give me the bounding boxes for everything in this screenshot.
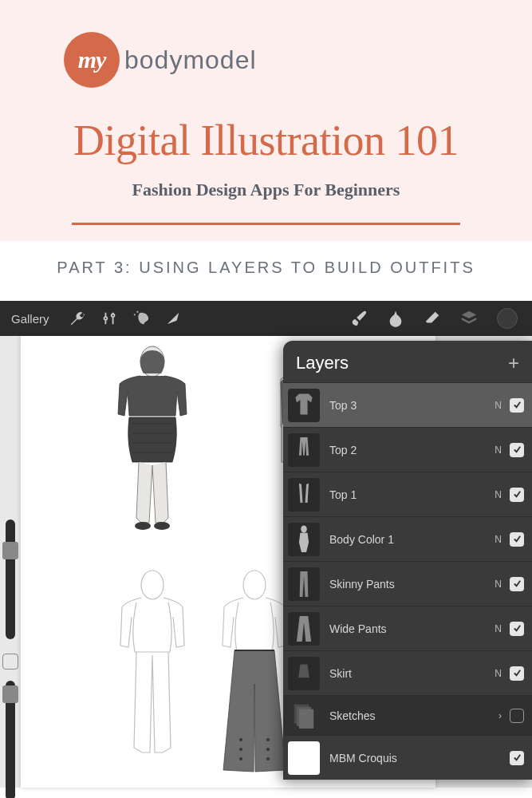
visibility-checkbox[interactable] bbox=[510, 622, 524, 636]
adjust-icon[interactable] bbox=[100, 310, 118, 327]
blend-mode: N bbox=[494, 623, 502, 634]
visibility-checkbox[interactable] bbox=[510, 709, 524, 723]
visibility-checkbox[interactable] bbox=[510, 577, 524, 591]
svg-rect-16 bbox=[299, 709, 313, 728]
layer-name: Body Color 1 bbox=[329, 533, 494, 546]
logo-text: bodymodel bbox=[124, 45, 257, 75]
layer-row[interactable]: Sketches› bbox=[283, 695, 532, 735]
svg-point-8 bbox=[239, 748, 242, 751]
toolbar-right bbox=[350, 308, 526, 329]
brush-icon[interactable] bbox=[350, 310, 368, 327]
blend-mode: N bbox=[494, 668, 502, 679]
visibility-checkbox[interactable] bbox=[510, 488, 524, 502]
figure-skirt bbox=[100, 344, 204, 551]
blend-mode: N bbox=[494, 534, 502, 545]
layer-name: MBM Croquis bbox=[329, 752, 494, 764]
visibility-checkbox[interactable] bbox=[510, 532, 524, 547]
visibility-checkbox[interactable] bbox=[510, 751, 524, 765]
visibility-checkbox[interactable] bbox=[510, 666, 524, 681]
slider-thumb[interactable] bbox=[2, 685, 18, 703]
layer-row[interactable]: MBM Croquis bbox=[283, 735, 532, 780]
svg-point-5 bbox=[141, 571, 164, 599]
svg-point-10 bbox=[266, 757, 270, 760]
layer-thumbnail bbox=[288, 612, 320, 646]
modify-button[interactable] bbox=[2, 654, 18, 670]
visibility-checkbox[interactable] bbox=[510, 398, 524, 413]
move-icon[interactable] bbox=[164, 310, 182, 327]
smudge-icon[interactable] bbox=[387, 310, 404, 327]
layer-thumbnail bbox=[288, 567, 320, 601]
layer-name: Wide Pants bbox=[329, 622, 494, 635]
layer-name: Top 1 bbox=[329, 488, 494, 501]
layer-thumbnail bbox=[288, 389, 320, 422]
svg-point-7 bbox=[239, 757, 242, 760]
svg-point-9 bbox=[239, 738, 242, 741]
svg-point-13 bbox=[301, 525, 307, 532]
layers-icon[interactable] bbox=[460, 310, 478, 327]
toolbar: Gallery bbox=[0, 301, 532, 336]
layers-header: Layers + bbox=[283, 341, 532, 382]
layer-row[interactable]: Top 1N bbox=[283, 472, 532, 516]
layers-panel: Layers + Top 3NTop 2NTop 1NBody Color 1N… bbox=[283, 341, 532, 780]
add-layer-button[interactable]: + bbox=[508, 352, 519, 374]
layer-thumbnail bbox=[288, 657, 320, 690]
visibility-checkbox[interactable] bbox=[510, 443, 524, 457]
layer-thumbnail bbox=[288, 523, 320, 556]
svg-point-11 bbox=[266, 748, 270, 751]
page-subtitle: Fashion Design Apps For Beginners bbox=[40, 180, 492, 200]
layer-name: Sketches bbox=[329, 709, 494, 722]
layer-row[interactable]: Skinny PantsN bbox=[283, 561, 532, 606]
logo-my: my bbox=[78, 46, 106, 73]
color-icon[interactable] bbox=[497, 308, 518, 329]
blend-mode: N bbox=[494, 444, 502, 456]
brush-size-slider[interactable] bbox=[6, 519, 15, 639]
layer-row[interactable]: SkirtN bbox=[283, 650, 532, 695]
layer-name: Top 2 bbox=[329, 444, 494, 456]
figure-back-outline bbox=[100, 567, 204, 775]
blend-mode: N bbox=[494, 579, 502, 590]
blend-mode: N bbox=[494, 489, 502, 500]
svg-point-6 bbox=[243, 571, 266, 599]
header-block: my bodymodel Digital Illustration 101 Fa… bbox=[0, 0, 532, 241]
part-label: PART 3: USING LAYERS TO BUILD OUTFITS bbox=[0, 241, 532, 301]
opacity-slider[interactable] bbox=[6, 681, 15, 798]
layer-thumbnail bbox=[288, 741, 320, 775]
layer-name: Skinny Pants bbox=[329, 578, 494, 591]
layer-row[interactable]: Top 2N bbox=[283, 427, 532, 472]
wrench-icon[interactable] bbox=[69, 310, 86, 327]
layer-name: Skirt bbox=[329, 667, 494, 680]
layer-row[interactable]: Body Color 1N bbox=[283, 516, 532, 561]
toolbar-left: Gallery bbox=[6, 310, 182, 327]
chevron-right-icon[interactable]: › bbox=[494, 710, 502, 721]
layer-name: Top 3 bbox=[329, 399, 494, 412]
side-sliders bbox=[0, 519, 24, 798]
svg-point-2 bbox=[154, 522, 170, 530]
slider-thumb[interactable] bbox=[2, 542, 18, 559]
gallery-button[interactable]: Gallery bbox=[6, 312, 54, 326]
svg-point-1 bbox=[135, 522, 151, 530]
layer-row[interactable]: Wide PantsN bbox=[283, 606, 532, 650]
layers-title: Layers bbox=[296, 353, 349, 373]
eraser-icon[interactable] bbox=[424, 310, 441, 327]
selection-icon[interactable] bbox=[132, 310, 150, 327]
layer-thumbnail bbox=[288, 699, 320, 733]
procreate-app: Gallery bbox=[0, 301, 532, 788]
layer-row[interactable]: Top 3N bbox=[283, 382, 532, 427]
page-title: Digital Illustration 101 bbox=[40, 116, 492, 165]
svg-point-12 bbox=[266, 738, 270, 741]
layer-thumbnail bbox=[288, 478, 320, 512]
logo: my bodymodel bbox=[64, 32, 492, 88]
layer-thumbnail bbox=[288, 433, 320, 467]
blend-mode: N bbox=[494, 400, 502, 411]
layer-list: Top 3NTop 2NTop 1NBody Color 1NSkinny Pa… bbox=[283, 382, 532, 780]
divider bbox=[72, 223, 460, 225]
logo-badge: my bbox=[64, 32, 120, 88]
